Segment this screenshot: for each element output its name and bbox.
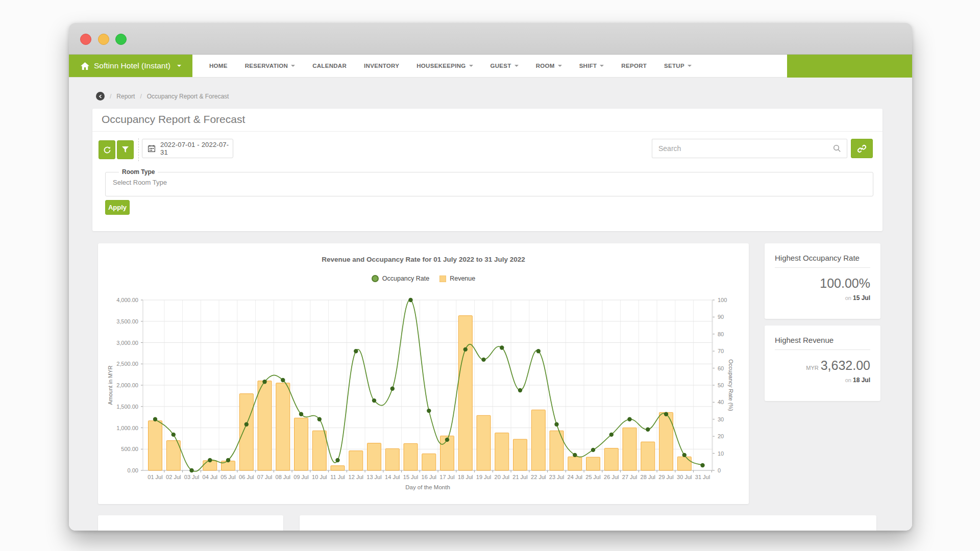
main-navbar: Softinn Hotel (Instant) HOMERESERVATIONC… (69, 55, 912, 78)
brand-menu[interactable]: Softinn Hotel (Instant) (69, 55, 192, 77)
svg-text:30 Jul: 30 Jul (677, 474, 692, 480)
nav-item-label: INVENTORY (364, 63, 399, 69)
chevron-down-icon (291, 65, 295, 67)
svg-text:04 Jul: 04 Jul (203, 474, 217, 480)
bottom-card-left (98, 515, 283, 531)
svg-text:10: 10 (718, 450, 724, 457)
svg-text:12 Jul: 12 Jul (349, 474, 363, 480)
svg-text:50: 50 (718, 382, 724, 388)
svg-text:4,000.00: 4,000.00 (116, 297, 138, 303)
svg-text:31 Jul: 31 Jul (695, 474, 710, 480)
chart-card: Revenue and Occupancy Rate for 01 July 2… (98, 243, 749, 504)
date-range-value: 2022-07-01 - 2022-07-31 (160, 141, 233, 156)
room-type-fieldset: Room Type Select Room Type (105, 168, 873, 196)
page-title: Occupancy Report & Forecast (102, 113, 245, 126)
nav-item-label: ROOM (536, 63, 555, 69)
combo-chart: 0.00500.001,000.001,500.002,000.002,500.… (98, 243, 749, 504)
svg-text:23 Jul: 23 Jul (549, 474, 564, 480)
window-titlebar (69, 23, 912, 55)
report-header-card: Occupancy Report & Forecast (92, 109, 883, 231)
nav-item-calendar[interactable]: CALENDAR (304, 55, 355, 77)
nav-item-room[interactable]: ROOM (527, 55, 571, 77)
svg-text:05 Jul: 05 Jul (220, 474, 235, 480)
svg-text:15 Jul: 15 Jul (403, 474, 418, 480)
refresh-icon (103, 146, 111, 154)
nav-item-label: CALENDAR (312, 63, 347, 69)
nav-item-label: SETUP (664, 63, 684, 69)
zoom-window-button[interactable] (115, 34, 127, 45)
apply-button[interactable]: Apply (105, 200, 130, 215)
nav-item-home[interactable]: HOME (201, 55, 236, 77)
svg-text:3,000.00: 3,000.00 (116, 340, 138, 346)
svg-text:06 Jul: 06 Jul (239, 474, 254, 480)
svg-text:2,000.00: 2,000.00 (116, 382, 138, 388)
page-content: / Report / Occupancy Report & Forecast O… (69, 78, 912, 531)
stat-title: Highest Revenue (775, 336, 870, 350)
svg-text:10 Jul: 10 Jul (312, 474, 327, 480)
nav-item-reservation[interactable]: RESERVATION (236, 55, 304, 77)
close-window-button[interactable] (80, 34, 91, 45)
svg-text:3,500.00: 3,500.00 (116, 318, 138, 324)
filter-button[interactable] (117, 140, 134, 159)
svg-text:0.00: 0.00 (128, 467, 138, 473)
svg-text:40: 40 (718, 399, 724, 405)
home-icon (81, 62, 89, 70)
search-icon[interactable] (827, 139, 847, 158)
bottom-card-right (300, 515, 876, 531)
highest-revenue-card: Highest Revenue MYR3,632.00 on18 Jul (765, 325, 880, 401)
nav-item-label: RESERVATION (245, 63, 288, 69)
nav-item-shift[interactable]: SHIFT (571, 55, 613, 77)
breadcrumb-current[interactable]: Occupancy Report & Forecast (147, 93, 229, 100)
stat-date: on18 Jul (775, 377, 870, 384)
nav-item-label: REPORT (621, 63, 647, 69)
svg-text:30: 30 (718, 416, 724, 422)
svg-text:0: 0 (718, 467, 721, 473)
nav-item-housekeeping[interactable]: HOUSEKEEPING (408, 55, 481, 77)
highest-occupancy-card: Highest Occupancy Rate 100.00% on15 Jul (765, 243, 880, 319)
nav-item-guest[interactable]: GUEST (482, 55, 527, 77)
svg-text:60: 60 (718, 365, 724, 371)
app-window: Softinn Hotel (Instant) HOMERESERVATIONC… (69, 23, 912, 531)
share-link-button[interactable] (851, 139, 873, 158)
back-button[interactable] (96, 92, 105, 101)
minimize-window-button[interactable] (98, 34, 109, 45)
date-range-picker[interactable]: 2022-07-01 - 2022-07-31 (142, 139, 233, 158)
nav-item-inventory[interactable]: INVENTORY (355, 55, 408, 77)
svg-text:2,500.00: 2,500.00 (116, 361, 138, 367)
brand-label: Softinn Hotel (Instant) (94, 61, 170, 70)
svg-text:28 Jul: 28 Jul (641, 474, 655, 480)
svg-text:01 Jul: 01 Jul (148, 474, 162, 480)
svg-text:14 Jul: 14 Jul (385, 474, 400, 480)
chevron-down-icon (688, 65, 692, 67)
svg-text:13 Jul: 13 Jul (366, 474, 381, 480)
room-type-select[interactable]: Select Room Type (113, 179, 866, 186)
nav-item-label: HOME (209, 63, 228, 69)
svg-text:20: 20 (718, 433, 724, 439)
svg-text:02 Jul: 02 Jul (166, 474, 181, 480)
search-input[interactable] (652, 139, 827, 158)
x-axis-title: Day of the Month (143, 484, 713, 490)
svg-text:08 Jul: 08 Jul (276, 474, 290, 480)
svg-text:29 Jul: 29 Jul (658, 474, 673, 480)
chevron-down-icon (469, 65, 473, 67)
svg-text:22 Jul: 22 Jul (531, 474, 546, 480)
svg-text:1,000.00: 1,000.00 (116, 425, 138, 431)
search-box (652, 139, 847, 158)
svg-text:25 Jul: 25 Jul (585, 474, 600, 480)
filter-icon (122, 146, 129, 153)
chevron-down-icon (558, 65, 562, 67)
svg-text:18 Jul: 18 Jul (458, 474, 473, 480)
desktop-background: Softinn Hotel (Instant) HOMERESERVATIONC… (0, 0, 980, 551)
nav-item-setup[interactable]: SETUP (655, 55, 700, 77)
svg-text:26 Jul: 26 Jul (604, 474, 619, 480)
nav-item-report[interactable]: REPORT (612, 55, 655, 77)
breadcrumb-report[interactable]: Report (116, 93, 135, 100)
svg-text:100: 100 (718, 297, 727, 303)
svg-text:80: 80 (718, 331, 724, 337)
chevron-down-icon (514, 65, 519, 67)
chevron-down-icon (177, 65, 181, 67)
svg-text:70: 70 (718, 348, 724, 354)
nav-item-label: GUEST (491, 63, 511, 69)
refresh-button[interactable] (99, 140, 115, 159)
svg-text:27 Jul: 27 Jul (622, 474, 637, 480)
